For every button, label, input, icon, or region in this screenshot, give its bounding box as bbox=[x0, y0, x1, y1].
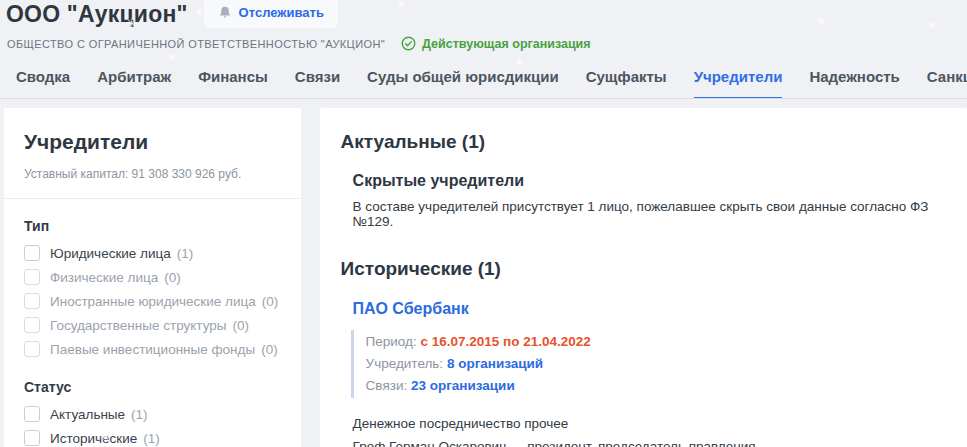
filter-count: (0) bbox=[261, 342, 278, 357]
filter-group-type: Тип Юридические лица (1) Физические лица… bbox=[24, 218, 281, 357]
filter-label: Физические лица bbox=[50, 270, 158, 285]
tab-bar: Сводка Арбитраж Финансы Связи Суды общей… bbox=[0, 64, 967, 99]
filter-count: (1) bbox=[131, 407, 148, 422]
links-link[interactable]: 23 организации bbox=[411, 378, 515, 393]
status-badge: Действующая организация bbox=[401, 36, 591, 51]
charter-capital: Уставный капитал: 91 308 330 926 руб. bbox=[24, 167, 281, 181]
follow-button[interactable]: Отслеживать bbox=[204, 0, 338, 28]
checkbox-icon bbox=[24, 269, 40, 285]
hidden-founders-text: В составе учредителей присутствует 1 лиц… bbox=[353, 199, 935, 229]
founder-of-label: Учредитель: bbox=[366, 356, 444, 371]
founder-details-block: Период: с 16.07.2015 по 21.04.2022 Учред… bbox=[351, 330, 935, 398]
filter-historical[interactable]: Исторические (1) bbox=[24, 430, 281, 446]
filter-status-title: Статус bbox=[24, 379, 281, 395]
founder-of-row: Учредитель: 8 организаций bbox=[366, 353, 935, 375]
filter-count: (0) bbox=[164, 270, 181, 285]
filter-individuals: Физические лица (0) bbox=[24, 269, 281, 285]
filter-label: Юридические лица bbox=[50, 246, 171, 261]
divider bbox=[4, 198, 301, 199]
page-header: ООО "Аукцион" Отслеживать ОБЩЕСТВО С ОГР… bbox=[0, 0, 967, 99]
tab-uchrediteli[interactable]: Учредители bbox=[694, 64, 783, 99]
checkbox-icon bbox=[24, 430, 40, 446]
filter-label: Иностранные юридические лица bbox=[50, 294, 256, 309]
founder-ceo: Греф Герман Оскарович — президент, предс… bbox=[353, 435, 935, 447]
tab-sanktsii[interactable]: Санкции bbox=[927, 64, 967, 99]
follow-button-label: Отслеживать bbox=[239, 5, 324, 20]
tab-suschfakty[interactable]: Сущфакты bbox=[586, 64, 667, 99]
founder-of-link[interactable]: 8 организаций bbox=[447, 356, 543, 371]
filter-count: (1) bbox=[143, 431, 160, 446]
hidden-founders-title: Скрытые учредители bbox=[353, 172, 935, 190]
filter-count: (0) bbox=[232, 318, 249, 333]
founder-name-link[interactable]: ПАО Сбербанк bbox=[353, 300, 469, 318]
sidebar-title: Учредители bbox=[24, 130, 281, 154]
filter-group-status: Статус Актуальные (1) Исторические (1) bbox=[24, 379, 281, 446]
filter-label: Исторические bbox=[50, 431, 137, 446]
filter-foreign-legal-entities: Иностранные юридические лица (0) bbox=[24, 293, 281, 309]
checkbox-icon bbox=[24, 406, 40, 422]
actual-heading: Актуальные (1) bbox=[341, 131, 935, 153]
tab-arbitrazh[interactable]: Арбитраж bbox=[97, 64, 171, 99]
period-row: Период: с 16.07.2015 по 21.04.2022 bbox=[366, 331, 935, 353]
checkbox-icon bbox=[24, 341, 40, 357]
filter-legal-entities[interactable]: Юридические лица (1) bbox=[24, 245, 281, 261]
links-row: Связи: 23 организации bbox=[366, 375, 935, 397]
founders-filter-panel: Учредители Уставный капитал: 91 308 330 … bbox=[4, 108, 301, 447]
content-area: Учредители Уставный капитал: 91 308 330 … bbox=[0, 99, 967, 447]
checkbox-icon bbox=[24, 293, 40, 309]
filter-label: Актуальные bbox=[50, 407, 125, 422]
filter-investment-funds: Паевые инвестиционные фонды (0) bbox=[24, 341, 281, 357]
period-label: Период: bbox=[366, 334, 417, 349]
historical-heading: Исторические (1) bbox=[341, 258, 935, 280]
period-value: с 16.07.2015 по 21.04.2022 bbox=[420, 334, 590, 349]
checkbox-icon bbox=[24, 317, 40, 333]
filter-actual[interactable]: Актуальные (1) bbox=[24, 406, 281, 422]
tab-nadezhnost[interactable]: Надежность bbox=[809, 64, 899, 99]
checkbox-icon bbox=[24, 245, 40, 261]
bell-icon bbox=[218, 5, 232, 20]
filter-label: Паевые инвестиционные фонды bbox=[50, 342, 255, 357]
tab-svyazi[interactable]: Связи bbox=[295, 64, 340, 99]
founder-activity: Денежное посредничество прочее bbox=[353, 412, 935, 435]
check-circle-icon bbox=[401, 36, 416, 51]
tab-svodka[interactable]: Сводка bbox=[16, 64, 70, 99]
tab-finansy[interactable]: Финансы bbox=[198, 64, 268, 99]
founder-entry: ПАО Сбербанк Период: с 16.07.2015 по 21.… bbox=[341, 280, 935, 447]
filter-state-structures: Государственные структуры (0) bbox=[24, 317, 281, 333]
company-legal-name: ОБЩЕСТВО С ОГРАНИЧЕННОЙ ОТВЕТСТВЕННОСТЬЮ… bbox=[7, 38, 385, 50]
tab-sudy-obshchey-yurisdiktsii[interactable]: Суды общей юрисдикции bbox=[367, 64, 559, 99]
filter-count: (1) bbox=[177, 246, 194, 261]
filter-label: Государственные структуры bbox=[50, 318, 226, 333]
founders-main-panel: Актуальные (1) Скрытые учредители В сост… bbox=[320, 108, 967, 447]
links-label: Связи: bbox=[366, 378, 408, 393]
filter-count: (0) bbox=[262, 294, 279, 309]
company-title: ООО "Аукцион" bbox=[6, 1, 188, 27]
filter-type-title: Тип bbox=[24, 218, 281, 234]
status-badge-label: Действующая организация bbox=[422, 37, 591, 51]
